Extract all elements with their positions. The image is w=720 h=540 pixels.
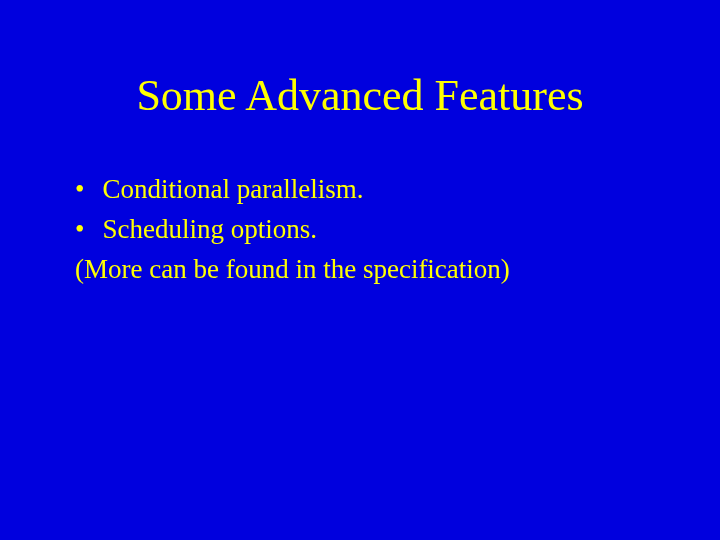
list-item: • Conditional parallelism. <box>75 171 660 209</box>
bullet-text: Conditional parallelism. <box>102 171 363 209</box>
bullet-text: Scheduling options. <box>102 211 317 249</box>
note-text: (More can be found in the specification) <box>75 251 660 289</box>
list-item: • Scheduling options. <box>75 211 660 249</box>
bullet-icon: • <box>75 171 84 209</box>
bullet-icon: • <box>75 211 84 249</box>
slide: Some Advanced Features • Conditional par… <box>0 0 720 540</box>
slide-content: • Conditional parallelism. • Scheduling … <box>60 171 660 288</box>
slide-title: Some Advanced Features <box>60 70 660 121</box>
